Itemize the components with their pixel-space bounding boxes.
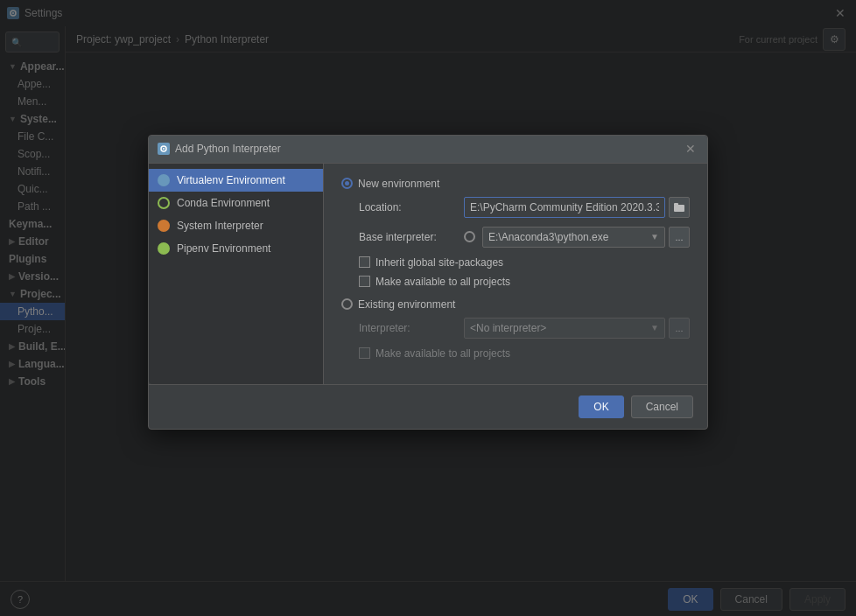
base-interpreter-browse-button[interactable]: ... <box>669 227 690 248</box>
existing-environment-radio-label[interactable]: Existing environment <box>341 298 690 311</box>
base-interpreter-value: E:\Anaconda3\python.exe <box>488 231 608 243</box>
dialog-close-button[interactable]: ✕ <box>683 141 698 157</box>
base-interpreter-input-group: E:\Anaconda3\python.exe ▼ ... <box>464 227 690 248</box>
dialog-ok-button[interactable]: OK <box>579 396 623 418</box>
interpreter-label: Interpreter: <box>359 322 464 334</box>
interpreter-input-group: <No interpreter> ▼ ... <box>464 318 690 339</box>
location-browse-button[interactable] <box>669 197 690 218</box>
dialog-title-left: Add Python Interpreter <box>158 143 281 155</box>
new-environment-radio-label[interactable]: New environment <box>341 178 690 190</box>
dialog-buttons: OK Cancel <box>149 384 707 429</box>
make-available-existing-row: Make available to all projects <box>359 347 690 360</box>
dialog-title: Add Python Interpreter <box>175 143 281 155</box>
dialog-sidebar-system[interactable]: System Interpreter <box>149 214 323 237</box>
dialog-sidebar-virtualenv[interactable]: Virtualenv Environment <box>149 169 323 192</box>
existing-environment-label: Existing environment <box>358 298 455 311</box>
make-available-checkbox-row: Make available to all projects <box>359 276 690 288</box>
sidebar-item-label: Virtualenv Environment <box>177 174 285 186</box>
location-input-group <box>464 197 690 218</box>
base-interpreter-radio <box>464 231 475 242</box>
conda-icon <box>158 197 170 209</box>
svg-rect-4 <box>674 205 684 212</box>
sidebar-item-label: Pipenv Environment <box>177 242 270 255</box>
existing-environment-group: Existing environment Interpreter: <No in… <box>341 298 690 360</box>
inherit-checkbox-row: Inherit global site-packages <box>359 256 690 269</box>
inherit-checkbox[interactable] <box>359 256 370 268</box>
location-row: Location: <box>359 197 690 218</box>
make-available-existing-checkbox <box>359 347 370 359</box>
dropdown-arrow-icon: ▼ <box>650 232 659 242</box>
new-environment-group: New environment Location: <box>341 178 690 288</box>
dialog-title-bar: Add Python Interpreter ✕ <box>149 136 707 164</box>
dialog-sidebar-conda[interactable]: Conda Environment <box>149 192 323 214</box>
system-icon <box>158 220 170 232</box>
location-label: Location: <box>359 201 464 214</box>
interpreter-value: <No interpreter> <box>470 322 546 334</box>
svg-point-3 <box>163 148 165 150</box>
virtualenv-icon <box>158 174 170 186</box>
base-interpreter-row: Base interpreter: E:\Anaconda3\python.ex… <box>359 227 690 248</box>
dialog-sidebar-pipenv[interactable]: Pipenv Environment <box>149 237 323 260</box>
add-interpreter-dialog: Add Python Interpreter ✕ Virtualenv Envi… <box>148 135 708 430</box>
make-available-checkbox[interactable] <box>359 276 370 287</box>
make-available-label: Make available to all projects <box>375 276 510 288</box>
svg-rect-5 <box>674 203 678 206</box>
sidebar-item-label: System Interpreter <box>177 220 263 232</box>
new-environment-radio[interactable] <box>341 178 353 189</box>
existing-environment-radio[interactable] <box>341 298 353 310</box>
modal-overlay: Add Python Interpreter ✕ Virtualenv Envi… <box>0 0 856 616</box>
base-interpreter-select[interactable]: E:\Anaconda3\python.exe ▼ <box>482 227 665 248</box>
new-environment-label: New environment <box>358 178 439 190</box>
inherit-label: Inherit global site-packages <box>375 256 503 269</box>
make-available-existing-label: Make available to all projects <box>375 347 510 360</box>
location-input[interactable] <box>464 197 665 218</box>
dialog-sidebar: Virtualenv Environment Conda Environment… <box>149 164 324 384</box>
dialog-cancel-button[interactable]: Cancel <box>631 396 693 418</box>
dropdown-arrow-icon: ▼ <box>650 323 659 332</box>
dialog-main-content: New environment Location: <box>324 164 707 384</box>
dialog-app-icon <box>158 143 170 155</box>
interpreter-browse-button[interactable]: ... <box>669 318 690 339</box>
sidebar-item-label: Conda Environment <box>177 197 270 209</box>
interpreter-row: Interpreter: <No interpreter> ▼ ... <box>359 318 690 339</box>
interpreter-select[interactable]: <No interpreter> ▼ <box>464 318 665 339</box>
pipenv-icon <box>158 242 170 255</box>
folder-icon <box>674 202 684 213</box>
base-interpreter-label: Base interpreter: <box>359 231 464 243</box>
dialog-body: Virtualenv Environment Conda Environment… <box>149 164 707 384</box>
